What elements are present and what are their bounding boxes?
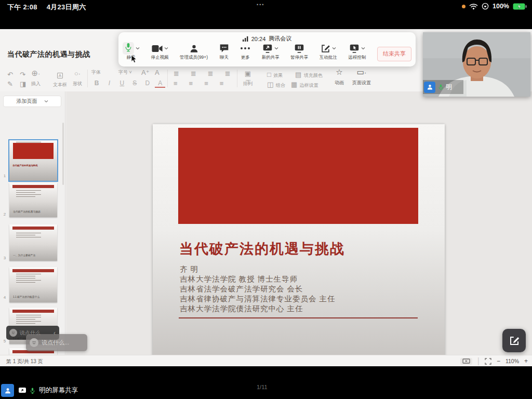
- page-setup-button[interactable]: ▭· 页面设置: [352, 68, 371, 86]
- shapes-button[interactable]: ○· 形状: [73, 69, 82, 87]
- textbox-button[interactable]: A 文本框: [53, 70, 67, 88]
- strikethrough-button[interactable]: S: [129, 79, 140, 87]
- chevron-down-icon: [361, 46, 365, 50]
- font-color-button[interactable]: A: [155, 79, 165, 88]
- person-icon: [427, 84, 433, 90]
- thumbnail-scrollbar[interactable]: [62, 123, 64, 185]
- zoom-out-button[interactable]: −: [497, 357, 500, 365]
- slide-title: 当代破产法的机遇与挑战: [179, 240, 345, 258]
- chevron-down-icon: [136, 46, 140, 50]
- page-info: 第 1 页/共 13 页: [6, 358, 43, 365]
- insert-icon: ⊕: [32, 69, 38, 77]
- pause-share-button[interactable]: 暂停共享: [290, 43, 308, 61]
- thumb-red-bar: [12, 185, 55, 188]
- group-icon: ◫: [267, 81, 273, 88]
- animation-button[interactable]: ☆ 动画: [335, 68, 344, 86]
- annotation-fab-button[interactable]: [502, 329, 526, 352]
- current-slide[interactable]: 当代破产法的机遇与挑战 齐 明 吉林大学法学院 教授 博士生导师 吉林省法学会破…: [153, 124, 445, 359]
- annotate-pen-icon: [321, 44, 330, 54]
- bold-button[interactable]: B: [91, 79, 102, 87]
- thumb-red-rect: [13, 143, 53, 159]
- textbox-icon: A: [57, 73, 63, 78]
- app-status-bar: 第 1 页/共 13 页 | − 110% +: [0, 355, 532, 366]
- more-button[interactable]: 更多: [240, 43, 250, 61]
- remote-control-button[interactable]: 远程控制: [348, 43, 366, 61]
- date: 4月23日周六: [47, 3, 86, 11]
- slide-thumbnail-2[interactable]: 当代破产法的机遇与挑战: [9, 183, 57, 217]
- undo-icon: ↶: [7, 71, 13, 78]
- share-screen-icon: [262, 44, 273, 54]
- slide-thumbnail-3[interactable]: 一、为什么要破产法: [9, 224, 57, 261]
- redo-icon: ↷: [20, 71, 25, 78]
- play-slideshow-button[interactable]: [460, 358, 472, 365]
- annotation-button[interactable]: 互动批注: [320, 43, 337, 61]
- group-button[interactable]: ◫ 组合: [267, 79, 285, 89]
- border-icon: ▦: [291, 81, 297, 88]
- meeting-duration: 20:24: [251, 36, 266, 42]
- chevron-down-icon: [164, 46, 168, 50]
- align-buttons[interactable]: ≡≡≡≡: [174, 78, 235, 88]
- self-video-tile[interactable]: 明: [423, 32, 530, 97]
- ipad-screen: 下午 2:08 4月23日周六 ••• 100% 当代破产法的机遇与: [0, 0, 532, 399]
- slide-thumbnail-4[interactable]: 1.1 破产法的功能是什么: [9, 267, 57, 302]
- arrange-button[interactable]: ▣ 排列: [243, 69, 252, 87]
- rotation-lock-icon: [482, 3, 489, 10]
- fit-screen-button[interactable]: [485, 358, 491, 365]
- manage-members-button[interactable]: 管理成员(99+): [180, 43, 208, 61]
- add-page-button[interactable]: 添加页面: [3, 96, 61, 107]
- fill-color-icon: ▤: [295, 71, 301, 78]
- highlight-button[interactable]: D: [142, 79, 153, 87]
- align-icons: ≡: [174, 79, 189, 87]
- font-size-down-button[interactable]: A: [155, 69, 159, 76]
- format-painter-button[interactable]: ✎: [7, 79, 13, 88]
- font-size-up-button[interactable]: A⁺: [141, 69, 150, 76]
- effect-icon: □: [267, 71, 271, 78]
- font-size-dropdown[interactable]: 字号 ˅: [118, 69, 132, 76]
- format-buttons: B I U S D A: [91, 78, 165, 88]
- slide-page-indicator: 1/11: [257, 384, 268, 390]
- border-settings-button[interactable]: ▦ 边框设置: [291, 79, 318, 89]
- camera-icon: [152, 45, 163, 52]
- signal-bars-icon: [243, 36, 248, 42]
- fill-color-button[interactable]: ▤ 填充颜色: [295, 70, 323, 79]
- toolbar-divider: [87, 70, 88, 87]
- shapes-icon: ○: [74, 70, 78, 77]
- italic-button[interactable]: I: [104, 79, 114, 87]
- clock: 下午 2:08: [7, 3, 37, 11]
- clear-format-button[interactable]: ◨: [20, 79, 26, 88]
- end-share-button[interactable]: 结束共享: [377, 47, 411, 61]
- eraser-icon: ◨: [20, 80, 26, 88]
- mouse-cursor: [131, 55, 138, 63]
- undo-button[interactable]: ↶: [7, 70, 13, 79]
- chevron-down-icon: [44, 99, 48, 103]
- slide-number: 2: [2, 212, 7, 217]
- slide-thumbnail-1[interactable]: 当代破产法的机遇与挑战: [9, 140, 57, 181]
- slide-red-rectangle: [178, 128, 418, 224]
- participant-name-strip: 明: [423, 80, 463, 94]
- multitask-dots: •••: [257, 2, 264, 7]
- effect-button[interactable]: □ 效果: [267, 70, 283, 79]
- thumb-red-bar: [12, 310, 55, 313]
- chat-placeholder: 说点什么...: [42, 339, 69, 347]
- emoji-icon[interactable]: [9, 329, 17, 337]
- underline-button[interactable]: U: [117, 79, 127, 87]
- zoom-in-button[interactable]: +: [524, 357, 528, 365]
- pause-share-icon: [294, 44, 304, 54]
- chat-input-expanded[interactable]: 说点什么...: [26, 334, 87, 351]
- list-buttons[interactable]: ≣≣≣≣: [174, 69, 242, 78]
- remote-control-icon: [349, 44, 360, 54]
- status-bar: 下午 2:08 4月23日周六 ••• 100%: [0, 0, 532, 15]
- new-share-button[interactable]: 新的共享: [262, 43, 280, 61]
- stop-video-button[interactable]: 停止视频: [151, 43, 169, 61]
- participant-name: 明: [446, 83, 452, 91]
- slide-number: 1: [2, 174, 7, 178]
- person-icon: [189, 44, 199, 54]
- emoji-icon[interactable]: [30, 338, 38, 347]
- chat-button[interactable]: 聊天: [219, 43, 229, 61]
- annotate-pen-icon: [508, 335, 521, 347]
- insert-button[interactable]: ⊕· 插入: [31, 69, 41, 87]
- share-status-text: 明的屏幕共享: [39, 386, 78, 395]
- redo-button[interactable]: ↷: [20, 70, 25, 79]
- share-status-cluster[interactable]: 明的屏幕共享: [1, 384, 78, 397]
- animation-star-icon: ☆: [336, 68, 342, 76]
